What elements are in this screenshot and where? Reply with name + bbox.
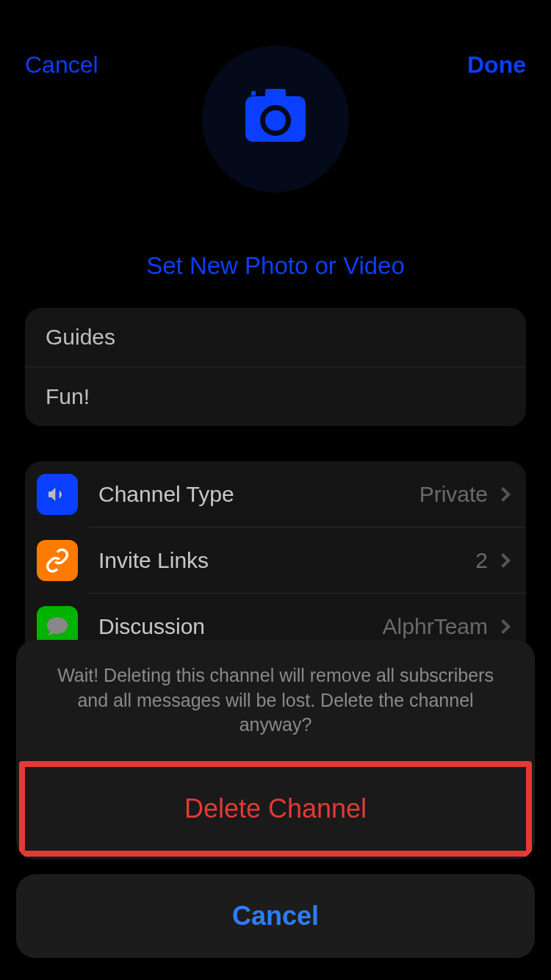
set-photo-avatar[interactable] bbox=[202, 46, 349, 192]
cancel-button[interactable]: Cancel bbox=[25, 51, 98, 79]
chevron-right-icon bbox=[496, 619, 511, 634]
done-button[interactable]: Done bbox=[467, 51, 526, 79]
set-new-photo-button[interactable]: Set New Photo or Video bbox=[0, 252, 551, 280]
invite-links-label: Invite Links bbox=[98, 548, 475, 573]
discussion-label: Discussion bbox=[98, 614, 383, 639]
camera-icon bbox=[245, 96, 306, 142]
action-sheet-cancel-button[interactable]: Cancel bbox=[16, 874, 535, 958]
chevron-right-icon bbox=[496, 487, 511, 502]
link-icon bbox=[37, 540, 78, 581]
channel-type-row[interactable]: Channel Type Private bbox=[25, 461, 526, 527]
channel-type-label: Channel Type bbox=[98, 482, 419, 507]
megaphone-icon bbox=[37, 474, 78, 515]
channel-info-card: Guides Fun! bbox=[25, 308, 526, 426]
delete-warning-text: Wait! Deleting this channel will remove … bbox=[16, 640, 535, 758]
action-sheet-card: Wait! Deleting this channel will remove … bbox=[16, 640, 535, 860]
invite-links-value: 2 bbox=[475, 548, 488, 573]
chevron-right-icon bbox=[496, 553, 511, 568]
delete-channel-button[interactable]: Delete Channel bbox=[19, 761, 532, 857]
invite-links-row[interactable]: Invite Links 2 bbox=[25, 527, 526, 594]
channel-type-value: Private bbox=[419, 482, 488, 507]
channel-description-input[interactable]: Fun! bbox=[25, 367, 526, 426]
delete-action-sheet: Wait! Deleting this channel will remove … bbox=[0, 640, 551, 980]
discussion-value: AlphrTeam bbox=[383, 614, 488, 639]
channel-name-input[interactable]: Guides bbox=[25, 308, 526, 367]
